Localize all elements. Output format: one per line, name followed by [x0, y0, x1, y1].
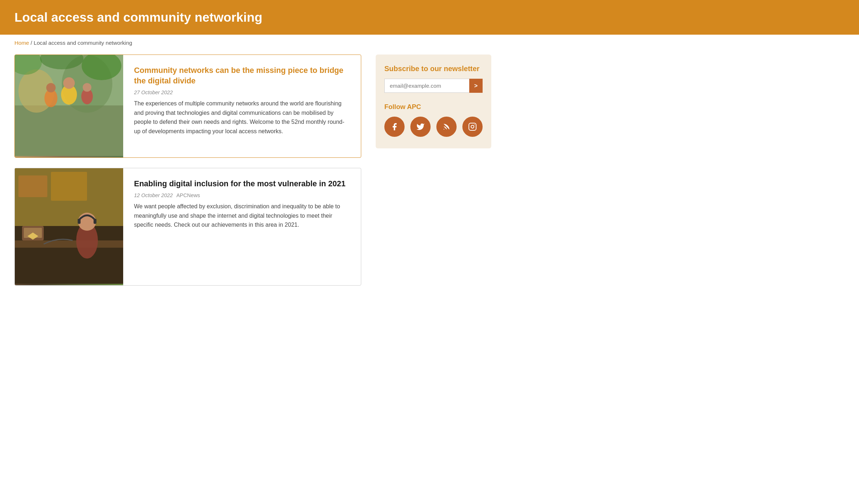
breadcrumb-separator: /	[31, 40, 32, 46]
newsletter-box: Subscribe to our newsletter > Follow APC	[376, 55, 491, 148]
newsletter-submit-button[interactable]: >	[469, 79, 483, 93]
main-layout: Community networks can be the missing pi…	[0, 51, 506, 300]
article-body-2: Enabling digital inclusion for the most …	[123, 168, 361, 285]
article-card-2: Enabling digital inclusion for the most …	[14, 168, 361, 286]
svg-point-26	[444, 129, 444, 130]
svg-point-5	[63, 77, 75, 89]
sidebar: Subscribe to our newsletter > Follow APC	[376, 55, 491, 286]
breadcrumb: Home / Local access and community networ…	[0, 35, 859, 51]
article-image-svg-2	[15, 168, 123, 284]
article-image-svg-1	[15, 55, 123, 156]
facebook-icon[interactable]	[384, 117, 405, 137]
svg-point-7	[46, 83, 56, 92]
article-title-2: Enabling digital inclusion for the most …	[134, 178, 350, 189]
svg-point-9	[83, 83, 91, 92]
article-body-1: Community networks can be the missing pi…	[123, 55, 361, 157]
article-image-1	[15, 55, 123, 157]
svg-rect-24	[94, 219, 96, 224]
svg-rect-17	[51, 172, 87, 201]
article-card-1: Community networks can be the missing pi…	[14, 55, 361, 158]
instagram-icon[interactable]	[462, 117, 483, 137]
breadcrumb-home[interactable]: Home	[14, 40, 29, 46]
svg-rect-23	[78, 219, 81, 224]
twitter-icon[interactable]	[410, 117, 431, 137]
social-icons	[384, 117, 483, 137]
article-excerpt-1: The experiences of multiple community ne…	[134, 99, 350, 136]
breadcrumb-current: Local access and community networking	[34, 40, 132, 46]
page-header: Local access and community networking	[0, 0, 859, 35]
svg-rect-27	[469, 123, 476, 130]
page-title: Local access and community networking	[14, 10, 845, 25]
article-source-2: APCNews	[176, 192, 200, 198]
article-date-2: 12 October 2022	[134, 192, 173, 198]
content-area: Community networks can be the missing pi…	[14, 55, 361, 286]
article-excerpt-2: We want people affected by exclusion, di…	[134, 202, 350, 230]
article-title-1[interactable]: Community networks can be the missing pi…	[134, 65, 350, 86]
svg-rect-18	[15, 240, 123, 248]
svg-rect-16	[18, 175, 47, 197]
follow-title: Follow APC	[384, 103, 483, 111]
article-date-1: 27 October 2022	[134, 90, 350, 95]
newsletter-email-input[interactable]	[384, 79, 469, 93]
newsletter-title: Subscribe to our newsletter	[384, 65, 483, 73]
svg-rect-1	[15, 105, 123, 156]
newsletter-form: >	[384, 79, 483, 93]
article-image-2	[15, 168, 123, 285]
rss-icon[interactable]	[436, 117, 457, 137]
article-meta-2: 12 October 2022 APCNews	[134, 192, 350, 198]
